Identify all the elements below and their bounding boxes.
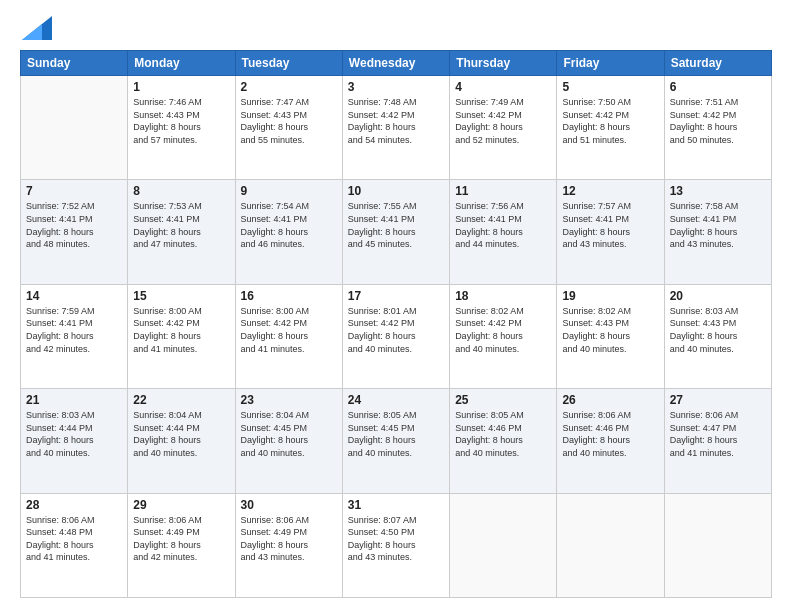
logo [20,18,52,40]
calendar-cell: 16Sunrise: 8:00 AM Sunset: 4:42 PM Dayli… [235,284,342,388]
day-info: Sunrise: 7:51 AM Sunset: 4:42 PM Dayligh… [670,96,766,146]
day-info: Sunrise: 8:06 AM Sunset: 4:49 PM Dayligh… [133,514,229,564]
calendar-week-row: 21Sunrise: 8:03 AM Sunset: 4:44 PM Dayli… [21,389,772,493]
day-number: 3 [348,80,444,94]
day-info: Sunrise: 8:04 AM Sunset: 4:44 PM Dayligh… [133,409,229,459]
day-info: Sunrise: 8:01 AM Sunset: 4:42 PM Dayligh… [348,305,444,355]
calendar-cell: 12Sunrise: 7:57 AM Sunset: 4:41 PM Dayli… [557,180,664,284]
calendar-week-row: 7Sunrise: 7:52 AM Sunset: 4:41 PM Daylig… [21,180,772,284]
calendar-cell: 22Sunrise: 8:04 AM Sunset: 4:44 PM Dayli… [128,389,235,493]
calendar-cell: 10Sunrise: 7:55 AM Sunset: 4:41 PM Dayli… [342,180,449,284]
day-number: 20 [670,289,766,303]
day-info: Sunrise: 7:49 AM Sunset: 4:42 PM Dayligh… [455,96,551,146]
day-number: 27 [670,393,766,407]
calendar-cell: 3Sunrise: 7:48 AM Sunset: 4:42 PM Daylig… [342,76,449,180]
day-number: 29 [133,498,229,512]
day-info: Sunrise: 8:06 AM Sunset: 4:49 PM Dayligh… [241,514,337,564]
day-number: 2 [241,80,337,94]
day-info: Sunrise: 8:04 AM Sunset: 4:45 PM Dayligh… [241,409,337,459]
weekday-header: Monday [128,51,235,76]
calendar-table: SundayMondayTuesdayWednesdayThursdayFrid… [20,50,772,598]
weekday-header: Tuesday [235,51,342,76]
day-info: Sunrise: 7:55 AM Sunset: 4:41 PM Dayligh… [348,200,444,250]
weekday-header: Friday [557,51,664,76]
day-info: Sunrise: 8:03 AM Sunset: 4:43 PM Dayligh… [670,305,766,355]
calendar-cell: 30Sunrise: 8:06 AM Sunset: 4:49 PM Dayli… [235,493,342,597]
calendar-cell: 25Sunrise: 8:05 AM Sunset: 4:46 PM Dayli… [450,389,557,493]
calendar-cell: 23Sunrise: 8:04 AM Sunset: 4:45 PM Dayli… [235,389,342,493]
day-info: Sunrise: 7:59 AM Sunset: 4:41 PM Dayligh… [26,305,122,355]
calendar-cell: 26Sunrise: 8:06 AM Sunset: 4:46 PM Dayli… [557,389,664,493]
calendar-cell: 8Sunrise: 7:53 AM Sunset: 4:41 PM Daylig… [128,180,235,284]
weekday-header: Sunday [21,51,128,76]
day-info: Sunrise: 8:06 AM Sunset: 4:48 PM Dayligh… [26,514,122,564]
day-number: 26 [562,393,658,407]
weekday-header: Thursday [450,51,557,76]
calendar-cell: 15Sunrise: 8:00 AM Sunset: 4:42 PM Dayli… [128,284,235,388]
calendar-cell: 18Sunrise: 8:02 AM Sunset: 4:42 PM Dayli… [450,284,557,388]
calendar-cell [450,493,557,597]
day-number: 18 [455,289,551,303]
day-number: 17 [348,289,444,303]
calendar-cell: 7Sunrise: 7:52 AM Sunset: 4:41 PM Daylig… [21,180,128,284]
day-info: Sunrise: 8:02 AM Sunset: 4:42 PM Dayligh… [455,305,551,355]
day-info: Sunrise: 7:46 AM Sunset: 4:43 PM Dayligh… [133,96,229,146]
day-info: Sunrise: 7:52 AM Sunset: 4:41 PM Dayligh… [26,200,122,250]
day-number: 25 [455,393,551,407]
calendar-cell: 24Sunrise: 8:05 AM Sunset: 4:45 PM Dayli… [342,389,449,493]
day-number: 23 [241,393,337,407]
calendar-cell: 31Sunrise: 8:07 AM Sunset: 4:50 PM Dayli… [342,493,449,597]
day-info: Sunrise: 8:03 AM Sunset: 4:44 PM Dayligh… [26,409,122,459]
day-info: Sunrise: 7:58 AM Sunset: 4:41 PM Dayligh… [670,200,766,250]
calendar-cell: 1Sunrise: 7:46 AM Sunset: 4:43 PM Daylig… [128,76,235,180]
calendar-cell: 14Sunrise: 7:59 AM Sunset: 4:41 PM Dayli… [21,284,128,388]
calendar-week-row: 14Sunrise: 7:59 AM Sunset: 4:41 PM Dayli… [21,284,772,388]
calendar-cell: 11Sunrise: 7:56 AM Sunset: 4:41 PM Dayli… [450,180,557,284]
calendar-cell: 4Sunrise: 7:49 AM Sunset: 4:42 PM Daylig… [450,76,557,180]
header [20,18,772,40]
calendar-cell: 19Sunrise: 8:02 AM Sunset: 4:43 PM Dayli… [557,284,664,388]
day-info: Sunrise: 8:07 AM Sunset: 4:50 PM Dayligh… [348,514,444,564]
weekday-header-row: SundayMondayTuesdayWednesdayThursdayFrid… [21,51,772,76]
day-number: 16 [241,289,337,303]
calendar-cell [21,76,128,180]
calendar-week-row: 28Sunrise: 8:06 AM Sunset: 4:48 PM Dayli… [21,493,772,597]
weekday-header: Wednesday [342,51,449,76]
logo-icon [22,16,52,40]
day-number: 8 [133,184,229,198]
day-info: Sunrise: 7:53 AM Sunset: 4:41 PM Dayligh… [133,200,229,250]
calendar-cell: 21Sunrise: 8:03 AM Sunset: 4:44 PM Dayli… [21,389,128,493]
calendar-cell: 9Sunrise: 7:54 AM Sunset: 4:41 PM Daylig… [235,180,342,284]
day-number: 13 [670,184,766,198]
day-info: Sunrise: 8:06 AM Sunset: 4:46 PM Dayligh… [562,409,658,459]
day-number: 21 [26,393,122,407]
day-number: 6 [670,80,766,94]
calendar-cell: 29Sunrise: 8:06 AM Sunset: 4:49 PM Dayli… [128,493,235,597]
calendar-cell [557,493,664,597]
day-number: 24 [348,393,444,407]
day-info: Sunrise: 8:06 AM Sunset: 4:47 PM Dayligh… [670,409,766,459]
calendar-week-row: 1Sunrise: 7:46 AM Sunset: 4:43 PM Daylig… [21,76,772,180]
day-number: 22 [133,393,229,407]
day-info: Sunrise: 7:57 AM Sunset: 4:41 PM Dayligh… [562,200,658,250]
day-info: Sunrise: 8:00 AM Sunset: 4:42 PM Dayligh… [133,305,229,355]
calendar-cell: 27Sunrise: 8:06 AM Sunset: 4:47 PM Dayli… [664,389,771,493]
day-number: 9 [241,184,337,198]
svg-marker-1 [22,24,42,40]
weekday-header: Saturday [664,51,771,76]
calendar-cell: 17Sunrise: 8:01 AM Sunset: 4:42 PM Dayli… [342,284,449,388]
calendar-cell: 13Sunrise: 7:58 AM Sunset: 4:41 PM Dayli… [664,180,771,284]
day-number: 4 [455,80,551,94]
day-number: 28 [26,498,122,512]
day-info: Sunrise: 8:02 AM Sunset: 4:43 PM Dayligh… [562,305,658,355]
calendar-cell: 5Sunrise: 7:50 AM Sunset: 4:42 PM Daylig… [557,76,664,180]
day-number: 14 [26,289,122,303]
day-number: 11 [455,184,551,198]
day-number: 19 [562,289,658,303]
day-info: Sunrise: 8:00 AM Sunset: 4:42 PM Dayligh… [241,305,337,355]
calendar-cell: 6Sunrise: 7:51 AM Sunset: 4:42 PM Daylig… [664,76,771,180]
day-number: 5 [562,80,658,94]
day-number: 7 [26,184,122,198]
day-info: Sunrise: 7:47 AM Sunset: 4:43 PM Dayligh… [241,96,337,146]
day-info: Sunrise: 7:48 AM Sunset: 4:42 PM Dayligh… [348,96,444,146]
